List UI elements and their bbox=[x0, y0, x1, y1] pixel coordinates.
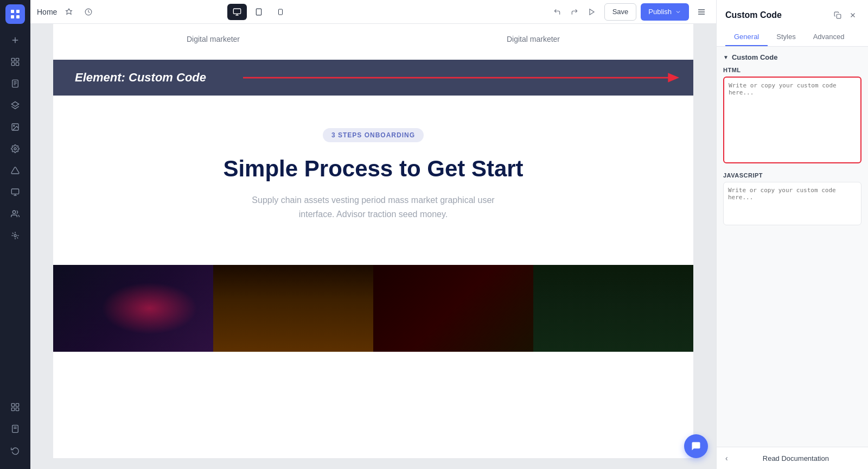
history-icon[interactable] bbox=[81, 4, 96, 20]
topbar: Home bbox=[30, 0, 716, 24]
left-sidebar bbox=[0, 0, 30, 469]
image-4 bbox=[533, 265, 693, 352]
sidebar-item-components[interactable] bbox=[5, 52, 25, 72]
digital-marketer-1: Digital marketer bbox=[187, 35, 240, 43]
svg-rect-6 bbox=[11, 58, 14, 61]
sidebar-item-components-bottom[interactable] bbox=[5, 397, 25, 417]
undo-button[interactable] bbox=[549, 4, 565, 20]
panel-close-icon[interactable] bbox=[846, 9, 859, 22]
digital-marketer-2: Digital marketer bbox=[507, 35, 560, 43]
save-button[interactable]: Save bbox=[604, 3, 637, 21]
home-breadcrumb[interactable]: Home bbox=[37, 8, 57, 16]
section-header[interactable]: ▼ Custom Code bbox=[723, 53, 861, 61]
svg-rect-7 bbox=[16, 58, 18, 61]
panel-tabs: General Styles Advanced bbox=[725, 28, 859, 46]
steps-badge: 3 STEPS ONBOARDING bbox=[323, 128, 424, 142]
sidebar-item-integrations[interactable] bbox=[5, 226, 25, 245]
panel-footer: ‹ Read Documentation bbox=[717, 447, 868, 469]
svg-rect-30 bbox=[16, 403, 18, 406]
chevron-down-icon: ▼ bbox=[723, 54, 729, 60]
svg-point-16 bbox=[14, 125, 15, 126]
onboarding-section: 3 STEPS ONBOARDING Simple Process to Get… bbox=[53, 96, 693, 243]
svg-line-26 bbox=[17, 237, 18, 238]
svg-rect-0 bbox=[11, 10, 14, 13]
svg-rect-9 bbox=[16, 62, 18, 65]
pin-icon[interactable] bbox=[61, 4, 76, 20]
panel-body: ▼ Custom Code HTML JAVASCRIPT bbox=[717, 47, 868, 447]
tablet-device-btn[interactable] bbox=[249, 4, 269, 20]
sidebar-item-settings[interactable] bbox=[5, 139, 25, 159]
panel-title: Custom Code bbox=[725, 10, 782, 20]
svg-rect-31 bbox=[11, 408, 14, 410]
publish-button[interactable]: Publish bbox=[641, 3, 689, 21]
svg-rect-2 bbox=[11, 15, 14, 18]
svg-rect-29 bbox=[11, 403, 14, 406]
right-panel: Custom Code General Styles Advanced ▼ Cu… bbox=[716, 0, 868, 469]
chat-support-button[interactable] bbox=[684, 434, 708, 458]
play-preview-button[interactable] bbox=[584, 4, 600, 20]
section-title: Custom Code bbox=[732, 53, 778, 61]
html-label: HTML bbox=[723, 67, 861, 73]
svg-point-17 bbox=[14, 148, 16, 150]
sidebar-item-page[interactable] bbox=[5, 74, 25, 93]
arrow-indicator bbox=[243, 60, 693, 96]
panel-copy-icon[interactable] bbox=[831, 9, 844, 22]
sidebar-item-team[interactable] bbox=[5, 204, 25, 224]
svg-rect-50 bbox=[837, 14, 841, 18]
sidebar-item-seo[interactable] bbox=[5, 161, 25, 180]
images-grid bbox=[53, 265, 693, 352]
svg-rect-18 bbox=[11, 189, 18, 194]
onboarding-title: Simple Process to Get Start bbox=[75, 155, 672, 182]
image-1 bbox=[53, 265, 213, 352]
hamburger-menu-button[interactable] bbox=[693, 4, 710, 20]
svg-point-21 bbox=[12, 211, 15, 213]
redo-button[interactable] bbox=[566, 4, 583, 20]
image-2 bbox=[213, 265, 373, 352]
undo-redo-group bbox=[549, 4, 600, 20]
js-label: JAVASCRIPT bbox=[723, 172, 861, 179]
sidebar-item-layers[interactable] bbox=[5, 96, 25, 115]
svg-rect-8 bbox=[11, 62, 14, 65]
tab-general[interactable]: General bbox=[725, 28, 768, 46]
desktop-device-btn[interactable] bbox=[227, 4, 247, 20]
topbar-right: Save Publish bbox=[549, 3, 710, 21]
image-3 bbox=[373, 265, 533, 352]
canvas-content: Digital marketer Digital marketer Elemen… bbox=[53, 24, 693, 458]
tab-advanced[interactable]: Advanced bbox=[805, 28, 853, 46]
sidebar-item-pages-bottom[interactable] bbox=[5, 419, 25, 439]
tab-styles[interactable]: Styles bbox=[768, 28, 804, 46]
svg-rect-1 bbox=[16, 10, 20, 13]
svg-rect-3 bbox=[16, 15, 20, 18]
panel-header: Custom Code General Styles Advanced bbox=[717, 0, 868, 47]
svg-rect-37 bbox=[234, 9, 241, 14]
svg-rect-32 bbox=[16, 408, 18, 410]
svg-line-25 bbox=[12, 233, 14, 234]
element-custom-code-banner[interactable]: Element: Custom Code bbox=[53, 60, 693, 96]
logo-button[interactable] bbox=[5, 4, 25, 24]
device-switcher bbox=[227, 4, 290, 20]
canvas-area[interactable]: Digital marketer Digital marketer Elemen… bbox=[30, 24, 716, 469]
read-documentation-link[interactable]: Read Documentation bbox=[732, 454, 859, 462]
custom-code-section: ▼ Custom Code HTML JAVASCRIPT bbox=[723, 53, 861, 227]
svg-marker-14 bbox=[11, 102, 18, 106]
svg-marker-44 bbox=[590, 9, 594, 15]
svg-marker-49 bbox=[668, 73, 679, 83]
js-code-input[interactable] bbox=[723, 182, 861, 225]
sidebar-item-media[interactable] bbox=[5, 117, 25, 137]
sidebar-item-add[interactable] bbox=[5, 30, 25, 50]
html-code-input[interactable] bbox=[723, 77, 861, 163]
canvas-top-section: Digital marketer Digital marketer bbox=[53, 24, 693, 60]
sidebar-item-forms[interactable] bbox=[5, 182, 25, 202]
sidebar-bottom bbox=[5, 397, 25, 465]
footer-chevron-left-icon[interactable]: ‹ bbox=[725, 454, 728, 462]
element-banner-text: Element: Custom Code bbox=[75, 71, 206, 85]
panel-header-icons bbox=[831, 9, 859, 22]
sidebar-item-refresh[interactable] bbox=[5, 441, 25, 460]
svg-point-22 bbox=[14, 234, 16, 237]
main-area: Home bbox=[30, 0, 716, 469]
panel-title-row: Custom Code bbox=[725, 9, 859, 22]
onboarding-desc: Supply chain assets vesting period mass … bbox=[238, 193, 509, 221]
mobile-device-btn[interactable] bbox=[271, 4, 290, 20]
